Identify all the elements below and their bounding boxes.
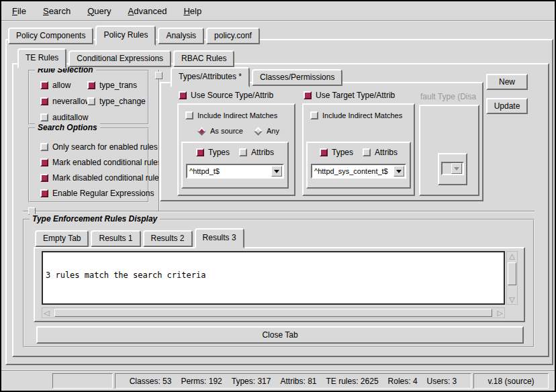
- search-options-title: Search Options: [35, 123, 100, 132]
- close-tab-button[interactable]: Close Tab: [36, 326, 524, 344]
- source-attribs-checkbox[interactable]: Attribs: [239, 148, 274, 157]
- source-type-value: ^httpd_t$: [187, 167, 271, 175]
- results-hscrollbar[interactable]: ◁ ▷: [42, 307, 505, 318]
- checkbox-mark-enabled-conditional-rules[interactable]: Mark enabled conditional rules: [40, 158, 148, 167]
- source-type-combobox[interactable]: ^httpd_t$: [186, 164, 284, 179]
- default-type-combobox: [441, 162, 464, 175]
- tab-analysis[interactable]: Analysis: [158, 28, 204, 44]
- target-indirect-checkbox[interactable]: Include Indirect Matches: [310, 111, 402, 119]
- target-types-box: Types Attribs ^httpd_sys_content_t$: [306, 142, 411, 189]
- search-options-checkboxes: Only search for enabled rulesMark enable…: [30, 129, 148, 198]
- default-type-inner-box: [438, 153, 467, 185]
- combo-dropdown-icon[interactable]: [271, 166, 282, 177]
- radio-any[interactable]: Any: [254, 127, 279, 135]
- menu-file[interactable]: File: [9, 5, 29, 17]
- target-type-value: ^httpd_sys_content_t$: [312, 167, 393, 175]
- checkbox-indicator: [363, 148, 371, 156]
- checkbox-indicator: [40, 158, 48, 166]
- menu-query[interactable]: Query: [85, 5, 113, 17]
- results-summary: 3 rules match the search criteria: [46, 271, 501, 280]
- menu-advanced[interactable]: Advanced: [126, 5, 170, 17]
- checkbox-auditallow[interactable]: auditallow: [40, 113, 87, 122]
- checkbox-type-trans[interactable]: type_trans: [87, 81, 148, 90]
- tab-conditional-expressions[interactable]: Conditional Expressions: [68, 50, 171, 67]
- tab-te-rules[interactable]: TE Rules: [17, 48, 66, 68]
- menu-help[interactable]: Help: [181, 5, 204, 17]
- checkbox-type-change[interactable]: type_change: [87, 97, 148, 106]
- combo-dropdown-icon: [451, 163, 462, 174]
- scroll-up-icon[interactable]: △: [507, 252, 517, 260]
- checkbox-label: auditallow: [52, 113, 88, 122]
- tab-rbac-rules[interactable]: RBAC Rules: [173, 50, 234, 67]
- rule-tab-bar: TE RulesConditional ExpressionsRBAC Rule…: [17, 48, 236, 67]
- vertical-sash-handle[interactable]: [155, 72, 163, 79]
- new-button[interactable]: New: [486, 74, 528, 90]
- checkbox-enable-regular-expressions[interactable]: Enable Regular Expressions: [40, 189, 148, 198]
- checkbox-label: type_change: [99, 97, 146, 106]
- checkbox-label: type_trans: [99, 81, 137, 90]
- source-attribs-label: Attribs: [251, 148, 274, 157]
- policy-version: v.18 (source): [488, 377, 534, 386]
- use-source-type-label: Use Source Type/Attrib: [191, 91, 273, 100]
- checkbox-indicator: [40, 174, 48, 182]
- combo-dropdown-icon[interactable]: [393, 166, 404, 177]
- scroll-left-icon[interactable]: ◁: [44, 309, 49, 317]
- checkbox-label: Mark disabled conditional rules: [52, 173, 163, 183]
- checkbox-indicator: [196, 148, 204, 156]
- checkbox-indicator: [40, 189, 48, 197]
- tab-empty-tab[interactable]: Empty Tab: [35, 230, 89, 247]
- hscroll-thumb[interactable]: [54, 309, 492, 317]
- stat-perms: Perms: 192: [181, 377, 222, 386]
- checkbox-label: neverallow: [52, 97, 91, 106]
- update-button[interactable]: Update: [486, 98, 528, 114]
- horizontal-sash[interactable]: [23, 211, 535, 212]
- stat-te-rules: TE rules: 2625: [326, 377, 379, 386]
- checkbox-neverallow[interactable]: neverallow: [40, 97, 87, 106]
- target-attribs-checkbox[interactable]: Attribs: [363, 148, 398, 157]
- stat-types: Types: 317: [232, 377, 271, 386]
- radio-as-source[interactable]: As source: [197, 127, 243, 135]
- tab-policy-conf[interactable]: policy.conf: [206, 28, 260, 44]
- results-vscrollbar[interactable]: △ ▽: [506, 251, 518, 305]
- apol-window: File Search Query Advanced Help Policy C…: [0, 0, 556, 392]
- checkbox-only-search-for-enabled-rules[interactable]: Only search for enabled rules: [40, 142, 148, 152]
- source-indirect-checkbox[interactable]: Include Indirect Matches: [185, 111, 277, 119]
- target-indirect-label: Include Indirect Matches: [322, 111, 402, 119]
- tab-policy-components[interactable]: Policy Components: [8, 28, 93, 44]
- tab-types-attributes[interactable]: Types/Attributes *: [171, 67, 250, 87]
- tab-results-3[interactable]: Results 3: [195, 228, 244, 248]
- scroll-down-icon[interactable]: ▽: [507, 296, 517, 303]
- use-source-type-checkbox[interactable]: Use Source Type/Attrib: [179, 91, 273, 100]
- vscroll-thumb[interactable]: [508, 262, 516, 285]
- source-types-row: Types Attribs: [183, 143, 287, 157]
- checkbox-indicator: [185, 111, 193, 119]
- default-type-label: fault Type (Disa: [420, 92, 478, 101]
- te-display-group: Type Enforcement Rules Display Empty Tab…: [23, 219, 535, 348]
- tab-classes-permissions[interactable]: Classes/Permissions: [252, 69, 342, 86]
- checkbox-allow[interactable]: allow: [40, 81, 87, 90]
- use-target-type-checkbox[interactable]: Use Target Type/Attrib: [304, 91, 395, 100]
- results-text[interactable]: 3 rules match the search criteria (5822)…: [42, 251, 505, 305]
- tab-results-1[interactable]: Results 1: [91, 230, 140, 247]
- source-indirect-label: Include Indirect Matches: [197, 111, 277, 119]
- status-cell-version: v.18 (source): [473, 373, 549, 389]
- checkbox-label: Mark enabled conditional rules: [52, 158, 162, 167]
- menu-search[interactable]: Search: [40, 5, 73, 17]
- scroll-right-icon[interactable]: ▷: [498, 309, 503, 317]
- results-tab-bar: Empty TabResults 1Results 2Results 3: [35, 228, 246, 247]
- source-types-label: Types: [208, 148, 230, 157]
- stat-classes: Classes: 53: [130, 377, 172, 386]
- source-types-checkbox[interactable]: Types: [196, 148, 230, 157]
- default-type-box: [419, 105, 479, 196]
- tab-results-2[interactable]: Results 2: [143, 230, 193, 247]
- checkbox-indicator: [310, 111, 318, 119]
- checkbox-indicator: [87, 97, 95, 105]
- main-notebook-body: TE RulesConditional ExpressionsRBAC Rule…: [5, 39, 553, 365]
- target-types-label: Types: [332, 148, 353, 157]
- target-type-combobox[interactable]: ^httpd_sys_content_t$: [311, 164, 406, 179]
- tab-policy-rules[interactable]: Policy Rules: [95, 26, 156, 46]
- radio-as-source-label: As source: [210, 127, 243, 135]
- checkbox-mark-disabled-conditional-rules[interactable]: Mark disabled conditional rules: [40, 173, 148, 183]
- rule-selection-checkboxes: allowtype_transneverallowtype_changeaudi…: [30, 71, 148, 122]
- target-types-checkbox[interactable]: Types: [320, 148, 353, 157]
